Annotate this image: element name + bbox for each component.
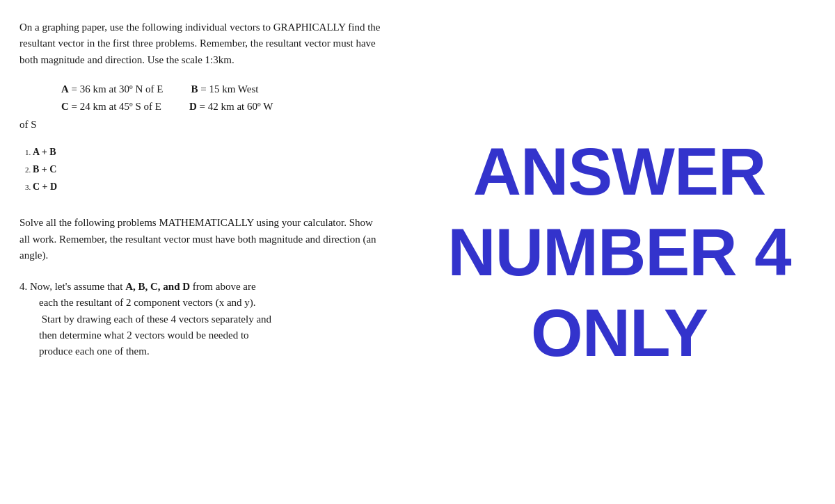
- problem-4: 4. Now, let's assume that A, B, C, and D…: [19, 279, 383, 359]
- problem-4-number: 4.: [19, 281, 30, 292]
- vectors-row-2: C = 24 km at 45º S of E D = 42 km at 60º…: [61, 98, 383, 116]
- solve-paragraph: Solve all the following problems MATHEMA…: [19, 215, 383, 263]
- vectors-row-1: A = 36 km at 30º N of E B = 15 km West: [61, 81, 383, 99]
- problem-2-number: 2.: [25, 165, 33, 174]
- of-s-text: of S: [19, 119, 383, 131]
- vector-d: D = 42 km at 60º W: [189, 98, 273, 116]
- vector-b: B = 15 km West: [191, 81, 258, 99]
- vector-a: A = 36 km at 30º N of E: [61, 81, 163, 99]
- problem-2: 2. B + C: [25, 161, 383, 178]
- problem-3: 3. C + D: [25, 178, 383, 195]
- problem-1: 1. A + B: [25, 143, 383, 161]
- only-text: ONLY: [531, 300, 708, 366]
- problem-1-number: 1.: [25, 148, 33, 156]
- left-content: On a graphing paper, use the following i…: [0, 0, 404, 504]
- problems-list: 1. A + B 2. B + C 3. C + D: [25, 143, 383, 196]
- vector-c: C = 24 km at 45º S of E: [61, 98, 161, 116]
- number4-text: NUMBER 4: [447, 219, 790, 286]
- intro-paragraph: On a graphing paper, use the following i…: [19, 19, 383, 68]
- problem-3-number: 3.: [25, 183, 33, 191]
- vectors-table: A = 36 km at 30º N of E B = 15 km West C…: [61, 81, 383, 116]
- answer-text: ANSWER: [473, 138, 766, 205]
- problem-4-body: each the resultant of 2 component vector…: [39, 295, 383, 359]
- right-content: ANSWER NUMBER 4 ONLY: [404, 0, 835, 504]
